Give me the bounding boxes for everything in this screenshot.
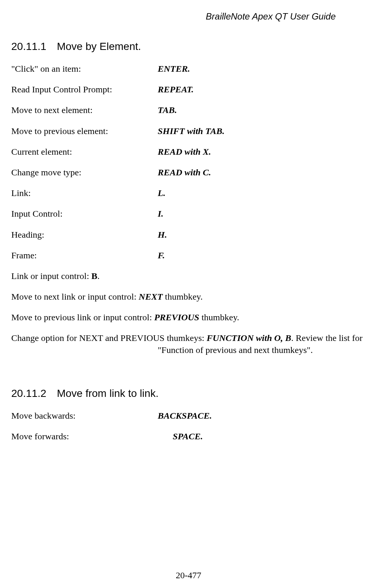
command-row: "Click" on an item: ENTER. (11, 63, 366, 75)
command-label: Move to previous element: (11, 125, 158, 137)
key-name: NEXT (139, 292, 163, 302)
text: Move to next link or input control: (11, 292, 139, 302)
command-value: READ with X. (158, 146, 211, 158)
command-value: TAB. (158, 104, 177, 116)
text: Link or input control: (11, 271, 91, 281)
command-value: BACKSPACE. (158, 410, 212, 422)
command-row: Move forwards: SPACE. (11, 431, 366, 442)
command-label: Heading: (11, 229, 158, 241)
page-footer: 20-477 (11, 570, 366, 580)
command-row: Frame: F. (11, 250, 366, 261)
wrapped-line: "Function of previous and next thumkeys"… (11, 344, 366, 356)
command-row: Current element: READ with X. (11, 146, 366, 158)
text: thumbkey. (163, 292, 202, 302)
command-label: Frame: (11, 250, 158, 261)
command-label: Read Input Control Prompt: (11, 84, 158, 95)
command-row: Read Input Control Prompt: REPEAT. (11, 84, 366, 95)
text: . Review the list for (291, 333, 363, 343)
command-label: Input Control: (11, 208, 158, 220)
text: . (97, 271, 100, 281)
command-value: READ with C. (158, 167, 211, 178)
key-name: PREVIOUS (154, 312, 199, 322)
command-row: Heading: H. (11, 229, 366, 241)
text: "Function of previous and next thumkeys"… (158, 345, 313, 355)
text: Change option for NEXT and PREVIOUS thum… (11, 333, 207, 343)
running-header: BrailleNote Apex QT User Guide (11, 11, 366, 22)
text: thumbkey. (199, 312, 239, 322)
command-label: Move to next element: (11, 104, 158, 116)
command-value: SHIFT with TAB. (158, 125, 225, 137)
command-value: F. (158, 250, 165, 261)
command-value: L. (158, 187, 166, 199)
section-heading-1: 20.11.1Move by Element. (11, 41, 366, 53)
command-row: Input Control: I. (11, 208, 366, 220)
command-row: Change move type: READ with C. (11, 167, 366, 178)
command-row: Move backwards: BACKSPACE. (11, 410, 366, 422)
command-value: SPACE. (158, 431, 203, 442)
command-label: "Click" on an item: (11, 63, 158, 75)
command-label: Move forwards: (11, 431, 158, 442)
command-value: ENTER. (158, 63, 190, 75)
command-row: Move to next element: TAB. (11, 104, 366, 116)
section-title: Move from link to link. (57, 387, 158, 399)
command-value: REPEAT. (158, 84, 194, 95)
command-label: Change move type: (11, 167, 158, 178)
key-name: FUNCTION with O, B (207, 333, 291, 343)
command-row: Link: L. (11, 187, 366, 199)
section-title: Move by Element. (57, 41, 141, 52)
section-number: 20.11.1 (11, 41, 46, 52)
command-row: Move to previous element: SHIFT with TAB… (11, 125, 366, 137)
command-value: H. (158, 229, 167, 241)
command-label: Current element: (11, 146, 158, 158)
command-value: I. (158, 208, 163, 220)
paragraph: Move to next link or input control: NEXT… (11, 291, 366, 303)
paragraph: Move to previous link or input control: … (11, 312, 366, 323)
text: Move to previous link or input control: (11, 312, 154, 322)
section-heading-2: 20.11.2Move from link to link. (11, 387, 366, 400)
section-number: 20.11.2 (11, 387, 46, 399)
key-name: B (91, 271, 97, 281)
paragraph: Link or input control: B. (11, 270, 366, 282)
command-label: Move backwards: (11, 410, 158, 422)
paragraph: Change option for NEXT and PREVIOUS thum… (11, 332, 366, 356)
command-label: Link: (11, 187, 158, 199)
